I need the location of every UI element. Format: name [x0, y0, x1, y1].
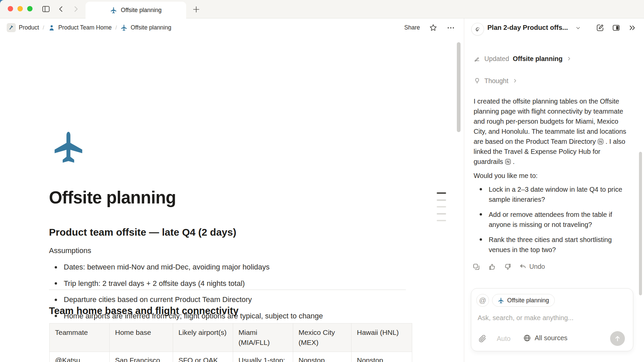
document-scrollbar[interactable] [457, 42, 461, 132]
column-header[interactable]: Teammate [50, 323, 110, 352]
suggestion-item[interactable]: Rank the three cities and start shortlis… [474, 235, 626, 255]
page-topbar: Product / Product Team Home / Offsite [0, 18, 464, 37]
ai-face-icon [471, 23, 484, 36]
notion-page-icon[interactable] [597, 138, 604, 145]
forward-icon[interactable] [71, 4, 80, 14]
list-item[interactable]: Dates: between mid-Nov and mid-Dec, avoi… [49, 259, 411, 276]
more-options-icon[interactable] [446, 23, 455, 32]
updated-page-row[interactable]: Updated Offsite planning [469, 52, 577, 65]
sources-selector[interactable]: All sources [523, 334, 568, 342]
table-cell[interactable]: Nonstop [352, 352, 412, 362]
airplane-icon [498, 297, 504, 304]
attachment-paperclip-icon[interactable] [478, 334, 487, 343]
collapse-double-chevron-icon[interactable] [628, 23, 637, 32]
thumbs-up-icon[interactable] [487, 262, 496, 271]
table-cell[interactable]: Usually 1-stop; [233, 352, 293, 362]
chat-title[interactable]: Plan 2-day Product offs... [487, 24, 568, 32]
assistant-prompt: Would you like me to: [474, 172, 538, 180]
chevron-right-icon [512, 78, 518, 84]
mention-button[interactable]: @ [476, 294, 489, 307]
notion-window: Offsite planning Product / [0, 0, 644, 362]
message-actions: Undo [472, 262, 545, 271]
sidebar-panel-icon[interactable] [611, 23, 621, 32]
divider [49, 290, 406, 290]
table-header-row: Teammate Home base Likely airport(s) Mia… [50, 323, 412, 352]
undo-arrow-icon [519, 263, 527, 271]
column-header[interactable]: Mexico City (MEX) [293, 323, 352, 352]
table-cell[interactable]: Nonstop [293, 352, 352, 362]
updated-page-name: Offsite planning [513, 55, 562, 63]
panel-divider [464, 18, 464, 362]
column-header[interactable]: Home base [110, 323, 173, 352]
airplane-icon [110, 7, 117, 14]
section-heading[interactable]: Product team offsite — late Q4 (2 days) [49, 227, 236, 238]
table-cell[interactable]: @Katsu [50, 352, 110, 362]
hammer-icon [7, 23, 16, 32]
tab-strip: Offsite planning [0, 0, 644, 18]
connectivity-table: Teammate Home base Likely airport(s) Mia… [49, 323, 412, 362]
updated-label: Updated [484, 55, 509, 63]
thought-row[interactable]: Thought [469, 74, 523, 87]
breadcrumb: Product / Product Team Home / Offsite [7, 18, 171, 37]
table-of-contents-indicator[interactable] [437, 192, 446, 227]
table-row: @Katsu San Francisco SFO or OAK Usually … [50, 352, 412, 362]
suggestion-item[interactable]: Add or remove attendees from the table i… [474, 209, 626, 230]
zoom-window-button[interactable] [27, 6, 33, 11]
copy-icon[interactable] [472, 262, 481, 271]
suggestion-list: Lock in a 2–3 date window in late Q4 to … [474, 184, 626, 260]
context-chip[interactable]: Offsite planning [492, 294, 555, 307]
active-tab[interactable]: Offsite planning [86, 2, 186, 18]
list-item[interactable]: Trip length: 2 travel days + 2 offsite d… [49, 276, 411, 292]
minimize-window-button[interactable] [17, 6, 23, 11]
assumptions-label[interactable]: Assumptions [49, 246, 91, 255]
person-icon [48, 24, 55, 32]
ai-sidebar: Plan 2-day Product offs... [464, 18, 644, 362]
column-header[interactable]: Likely airport(s) [173, 323, 233, 352]
arrow-up-icon [613, 335, 622, 343]
table-cell[interactable]: San Francisco [110, 352, 173, 362]
ai-sidebar-header: Plan 2-day Product offs... [464, 18, 644, 37]
column-header[interactable]: Miami (MIA/FLL) [233, 323, 293, 352]
thumbs-down-icon[interactable] [503, 262, 512, 271]
table-cell[interactable]: SFO or OAK [173, 352, 233, 362]
new-chat-icon[interactable] [595, 23, 604, 32]
airplane-icon [120, 24, 127, 31]
new-tab-button[interactable] [192, 5, 201, 14]
ai-prompt-input[interactable] [478, 314, 622, 322]
breadcrumb-separator: / [115, 25, 117, 31]
thought-label: Thought [484, 77, 508, 85]
chevron-down-icon[interactable] [575, 25, 581, 31]
toggle-sidebar-icon[interactable] [41, 4, 51, 14]
favorite-star-icon[interactable] [429, 23, 437, 32]
page-icon-airplane[interactable] [51, 129, 86, 164]
traffic-lights [8, 6, 33, 11]
breadcrumb-team-home[interactable]: Product Team Home [48, 24, 112, 32]
tab-title: Offsite planning [121, 7, 161, 14]
context-chip-label: Offsite planning [507, 297, 549, 304]
breadcrumb-workspace[interactable]: Product [7, 23, 39, 32]
lightbulb-icon [474, 77, 481, 84]
share-button[interactable]: Share [404, 24, 420, 31]
globe-icon [523, 334, 531, 342]
suggestion-item[interactable]: Lock in a 2–3 date window in late Q4 to … [474, 184, 626, 204]
at-icon: @ [479, 296, 486, 304]
back-icon[interactable] [56, 4, 66, 14]
notion-page-icon[interactable] [504, 158, 512, 165]
sidebar-scrollbar[interactable] [639, 152, 642, 295]
breadcrumb-separator: / [43, 25, 44, 31]
page-title[interactable]: Offsite planning [49, 188, 176, 207]
column-header[interactable]: Hawaii (HNL) [352, 323, 412, 352]
close-window-button[interactable] [8, 6, 13, 11]
chevron-right-icon [566, 56, 572, 62]
send-button[interactable] [610, 331, 625, 346]
edit-pencil-icon [474, 55, 481, 62]
mode-selector[interactable]: Auto [497, 335, 511, 343]
ai-composer[interactable]: @ Offsite planning [471, 288, 633, 351]
assistant-message: I created the offsite planning tables on… [474, 96, 631, 167]
document-canvas: Offsite planning Product team offsite — … [0, 37, 464, 362]
undo-button[interactable]: Undo [519, 263, 545, 271]
breadcrumb-current-page[interactable]: Offsite planning [120, 24, 171, 31]
table-heading[interactable]: Team home bases and flight connectivity [49, 305, 238, 316]
